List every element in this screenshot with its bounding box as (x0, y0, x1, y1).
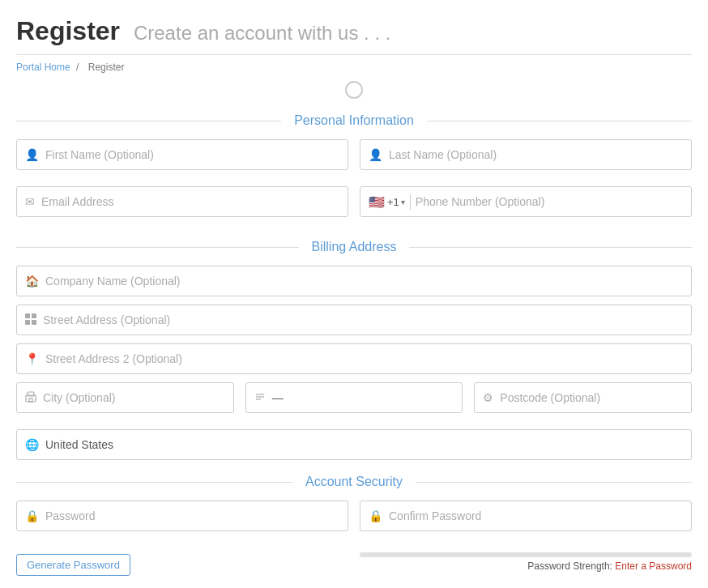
page-header: Register Create an account with us . . . (16, 16, 692, 55)
street2-input[interactable] (45, 352, 683, 365)
breadcrumb: Portal Home / Register (16, 62, 692, 73)
confirm-password-group: 🔒 (360, 501, 692, 531)
gear-icon: ⚙ (483, 391, 493, 404)
city-state-post-row: — ⚙ (16, 382, 692, 421)
svg-rect-2 (25, 320, 30, 325)
city-input-wrapper (16, 382, 234, 413)
country-group: 🌐 United States (16, 429, 692, 460)
last-name-group: 👤 (360, 139, 692, 170)
phone-dropdown-arrow: ▾ (401, 198, 405, 207)
billing-address-divider: Billing Address (16, 240, 692, 254)
city-group (16, 382, 234, 413)
svg-rect-6 (29, 398, 32, 402)
street1-group (16, 305, 692, 335)
password-strength-value: Enter a Password (615, 560, 692, 572)
personal-info-divider: Personal Information (16, 113, 692, 128)
svg-rect-0 (25, 313, 30, 318)
page-title-main: Register (16, 16, 120, 45)
generate-password-button[interactable]: Generate Password (16, 554, 130, 576)
svg-rect-1 (32, 313, 36, 318)
lock-icon: 🔒 (25, 509, 39, 522)
account-security-title: Account Security (292, 475, 416, 489)
email-input-wrapper: ✉ (16, 186, 348, 217)
password-group: 🔒 (16, 501, 348, 531)
pin-icon: 📍 (25, 352, 39, 365)
postcode-input[interactable] (500, 391, 683, 404)
street1-input-wrapper (16, 305, 692, 335)
password-row: 🔒 🔒 (16, 501, 692, 539)
account-security-divider: Account Security (16, 475, 692, 489)
country-value: United States (45, 438, 113, 451)
company-input-wrapper: 🏠 (16, 266, 692, 296)
billing-address-title: Billing Address (299, 240, 410, 254)
page-title-sub: Create an account with us . . . (134, 22, 391, 44)
company-group: 🏠 (16, 266, 692, 296)
state-group: — (245, 382, 463, 413)
password-input[interactable] (45, 509, 339, 522)
svg-rect-3 (32, 320, 36, 325)
city-input[interactable] (43, 391, 225, 404)
flag-icon: 🇺🇸 (369, 194, 385, 210)
personal-info-title: Personal Information (281, 113, 427, 128)
generate-strength-row: Generate Password Password Strength: Ent… (16, 548, 692, 576)
password-strength-bar (360, 552, 692, 557)
confirm-password-input-wrapper: 🔒 (360, 501, 692, 531)
password-input-wrapper: 🔒 (16, 501, 348, 531)
grid-icon (25, 313, 36, 327)
phone-group: 🇺🇸 +1 ▾ (360, 186, 692, 217)
street1-input[interactable] (43, 313, 683, 326)
name-row: 👤 👤 (16, 139, 692, 178)
loading-indicator (16, 81, 692, 99)
email-group: ✉ (16, 186, 348, 217)
person-icon-2: 👤 (369, 148, 382, 161)
state-input-wrapper: — (245, 382, 463, 413)
country-input-wrapper: 🌐 United States (16, 429, 692, 460)
street2-input-wrapper: 📍 (16, 343, 692, 374)
city-icon (25, 391, 36, 405)
state-dash: — (272, 391, 284, 404)
lock-icon-2: 🔒 (369, 509, 382, 522)
postcode-group: ⚙ (474, 382, 692, 413)
first-name-input[interactable] (45, 148, 339, 161)
generate-col: Generate Password (16, 548, 348, 576)
last-name-input-wrapper: 👤 (360, 139, 692, 170)
breadcrumb-separator: / (76, 62, 79, 73)
globe-icon: 🌐 (25, 438, 39, 451)
phone-code: +1 (387, 196, 399, 208)
postcode-input-wrapper: ⚙ (474, 382, 692, 413)
strength-col: Password Strength: Enter a Password (360, 548, 692, 576)
password-strength-text: Password Strength: Enter a Password (360, 560, 692, 572)
breadcrumb-current: Register (88, 62, 125, 73)
company-input[interactable] (45, 275, 683, 288)
street2-group: 📍 (16, 343, 692, 374)
last-name-input[interactable] (389, 148, 683, 161)
password-strength-label: Password Strength: (527, 560, 612, 572)
state-icon (254, 391, 266, 405)
phone-input[interactable] (416, 195, 683, 208)
first-name-group: 👤 (16, 139, 348, 170)
first-name-input-wrapper: 👤 (16, 139, 348, 170)
phone-input-wrapper: 🇺🇸 +1 ▾ (360, 186, 692, 217)
email-phone-row: ✉ 🇺🇸 +1 ▾ (16, 186, 692, 225)
loading-circle-icon (345, 81, 363, 99)
person-icon: 👤 (25, 148, 39, 161)
confirm-password-input[interactable] (389, 509, 683, 522)
email-input[interactable] (41, 195, 339, 208)
phone-prefix-selector[interactable]: 🇺🇸 +1 ▾ (369, 194, 411, 210)
building-icon: 🏠 (25, 275, 39, 288)
breadcrumb-home[interactable]: Portal Home (16, 62, 70, 73)
email-icon: ✉ (25, 195, 35, 208)
